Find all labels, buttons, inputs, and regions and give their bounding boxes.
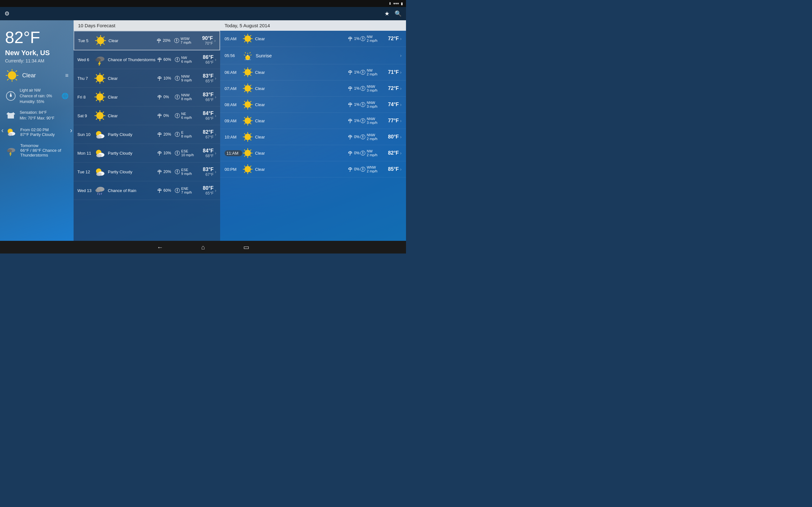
- wind-compass-icon: [5, 90, 16, 102]
- hour-time-label: 05:AM: [224, 37, 242, 41]
- sun-icon: [242, 148, 253, 158]
- forecast-preview-2: Tomorrow 66°F / 86°F Chance of Thunderst…: [5, 143, 68, 158]
- svg-line-145: [250, 91, 251, 92]
- hourly-row[interactable]: 09:AM Clear 1% NNW3 mp/h 7: [220, 113, 406, 129]
- svg-line-160: [244, 107, 245, 108]
- hourly-expand-icon: ›: [400, 134, 402, 139]
- settings-icon[interactable]: ⚙: [4, 10, 9, 17]
- forecast-day-row[interactable]: Tue 5 Clear 20% WSW7 mp/h: [73, 31, 220, 50]
- prev-arrow[interactable]: ‹: [1, 126, 3, 135]
- row-expand-icon: ›: [215, 113, 216, 118]
- forecast-day-row[interactable]: Wed 6 Chance of Thunderstorms 60% NW6 mp…: [73, 50, 220, 69]
- svg-line-132: [250, 75, 251, 76]
- forecast-day-row[interactable]: Sun 10 Partly Cloudy 20% E8 mp/h 82°F 67…: [73, 125, 220, 144]
- day-weather-icon: [94, 110, 106, 122]
- hourly-panel-header: Today, 5 August 2014: [220, 20, 406, 31]
- hourly-expand-icon: ›: [400, 151, 402, 156]
- recent-apps-button[interactable]: ▭: [243, 243, 249, 251]
- svg-line-146: [250, 85, 251, 86]
- umbrella-icon: [347, 86, 353, 91]
- hourly-row[interactable]: 08:AM Clear 1% NNW3 mp/h 7: [220, 97, 406, 113]
- svg-line-70: [96, 118, 97, 120]
- next-arrow[interactable]: ›: [70, 126, 72, 135]
- svg-line-185: [250, 133, 251, 134]
- hourly-expand-icon: ›: [400, 70, 402, 75]
- home-button[interactable]: ⌂: [201, 244, 205, 251]
- day-temps: 86°F 66°F: [196, 55, 213, 65]
- svg-line-111: [250, 41, 251, 42]
- day-temps: 82°F 67°F: [196, 129, 213, 139]
- forecast-day-row[interactable]: Mon 11 Partly Cloudy 10% ESE10 mp/h 84°F…: [73, 144, 220, 163]
- wifi-icon: ▾▾▾: [393, 2, 399, 6]
- wind-detail-text: Light air NW Chance of rain: 0% Humidity…: [20, 88, 52, 105]
- forecast-day-row[interactable]: Fri 8 Clear 0% NNW8 mp/h: [73, 88, 220, 107]
- row-expand-icon: ›: [215, 132, 216, 137]
- svg-point-201: [362, 153, 364, 154]
- hourly-row[interactable]: 06:AM Clear 1% NW2 mp/h 71: [220, 64, 406, 80]
- sun-icon: [94, 72, 106, 84]
- thunder-icon: [94, 54, 106, 66]
- hourly-rain: 1%: [347, 69, 360, 75]
- umbrella-icon: [157, 57, 162, 62]
- hour-time-label: 11:AM: [224, 150, 242, 156]
- left-panel: ‹ › 82°F New York, US Currently: 11:34 A…: [0, 20, 73, 241]
- hourly-condition: Clear: [255, 86, 347, 91]
- hourly-row[interactable]: 05:AM Clear 1% NW2 mp/h 72: [220, 31, 406, 47]
- day-weather-icon: [94, 128, 106, 140]
- forecast-day-row[interactable]: Sat 9 Clear 0% NE6 mp/h: [73, 107, 220, 125]
- hourly-row[interactable]: 00:PM Clear 0% WNW2 mp/h 8: [220, 161, 406, 177]
- compass-icon: [174, 113, 180, 118]
- sun-icon: [242, 131, 253, 142]
- compass-icon: [174, 38, 180, 43]
- svg-point-72: [177, 115, 178, 116]
- battery-icon: ▮: [401, 2, 403, 6]
- svg-point-175: [362, 120, 364, 121]
- forecast-day-row[interactable]: Tue 12 Partly Cloudy 20% ESE9 mp/h 83°F …: [73, 163, 220, 181]
- svg-point-79: [177, 134, 178, 135]
- umbrella-icon: [347, 118, 353, 124]
- day-wind: ESE9 mp/h: [174, 168, 196, 176]
- sunrise-row[interactable]: 05:56 Sunrise ›: [220, 47, 406, 64]
- hour-time-label: 10:AM: [224, 135, 242, 139]
- list-view-icon[interactable]: ≡: [65, 72, 68, 79]
- svg-point-149: [362, 88, 364, 89]
- sun-icon: [242, 115, 253, 126]
- day-weather-icon: [94, 184, 106, 196]
- hour-time-label: 09:AM: [224, 118, 242, 123]
- hourly-temperature: 80°F: [383, 134, 399, 140]
- forecast-day-row[interactable]: Thu 7 Clear 10% NNW9 mp/h: [73, 69, 220, 88]
- svg-line-197: [250, 156, 251, 157]
- current-condition-row: Clear ≡: [5, 68, 68, 82]
- day-rain: 0%: [157, 94, 172, 100]
- forecast-day-row[interactable]: Wed 13 Chance of Rain 60% ENE7 mp/h 80°F…: [73, 181, 220, 200]
- day-condition: Clear: [108, 76, 157, 81]
- svg-point-16: [7, 149, 12, 153]
- sunrise-expand-icon: ›: [400, 53, 402, 58]
- svg-point-188: [362, 136, 364, 137]
- hourly-condition: Clear: [255, 70, 347, 75]
- current-time: Currently: 11:34 AM: [5, 58, 68, 63]
- star-icon[interactable]: ★: [385, 10, 390, 17]
- svg-line-6: [15, 79, 17, 80]
- svg-line-42: [103, 81, 104, 82]
- umbrella-icon: [156, 38, 162, 43]
- svg-line-56: [103, 93, 104, 95]
- hourly-row[interactable]: 10:AM Clear 0% NNW2 mp/h 8: [220, 129, 406, 145]
- globe-icon[interactable]: 🌐: [61, 93, 68, 100]
- hourly-row[interactable]: 11:AM Clear 0% NW2 mp/h 82: [220, 145, 406, 161]
- sunrise-icon: [242, 50, 253, 61]
- svg-line-57: [96, 100, 97, 101]
- hourly-condition: Clear: [255, 118, 347, 123]
- svg-point-91: [96, 172, 102, 176]
- sun-icon: [242, 33, 253, 44]
- compass-icon: [360, 69, 366, 75]
- forecast-panel-header: 10 Days Forecast: [73, 20, 220, 31]
- compass-icon: [174, 57, 180, 62]
- search-icon[interactable]: 🔍: [395, 10, 402, 17]
- day-temps: 84°F 68°F: [196, 148, 213, 158]
- svg-point-97: [96, 188, 101, 192]
- back-button[interactable]: ←: [157, 244, 163, 251]
- svg-line-98: [97, 193, 98, 195]
- hourly-row[interactable]: 07:AM Clear 1% NNW3 mp/h 7: [220, 80, 406, 97]
- hourly-temperature: 72°F: [383, 36, 399, 42]
